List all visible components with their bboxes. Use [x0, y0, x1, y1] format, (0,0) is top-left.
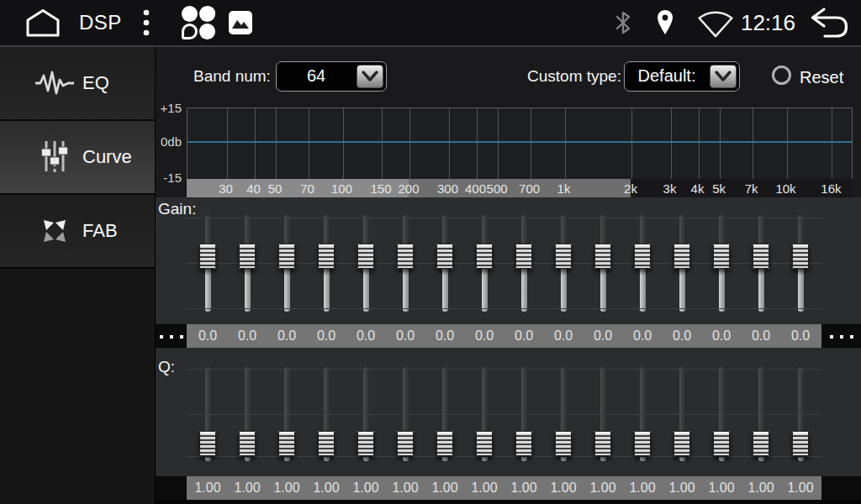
q-value: 1.00 [386, 476, 425, 500]
freq-tick-label: 30 [219, 179, 233, 197]
gain-slider[interactable] [515, 215, 532, 312]
sidebar-item-eq[interactable]: EQ [0, 47, 155, 121]
kebab-menu-icon[interactable] [142, 7, 151, 39]
custom-type-value: Default: [625, 62, 709, 91]
band-num-label: Band num: [193, 67, 271, 86]
sidebar-item-label: EQ [82, 72, 109, 94]
freq-strip: 304050701001502003004005007001k2k3k4k5k7… [187, 179, 853, 197]
q-values-right-cap [821, 476, 861, 500]
gain-slider[interactable] [318, 215, 335, 312]
gain-more-left-button[interactable] [156, 324, 187, 348]
grid-line [276, 108, 277, 179]
grid-line [787, 108, 788, 179]
custom-type-select[interactable]: Default: [624, 61, 740, 92]
back-arrow-icon[interactable] [807, 7, 849, 39]
gain-slider[interactable] [476, 215, 493, 312]
grid-line [832, 108, 832, 179]
q-value: 1.00 [781, 476, 821, 500]
q-values: 1.001.001.001.001.001.001.001.001.001.00… [187, 476, 821, 500]
gain-value: 0.0 [307, 324, 346, 348]
gain-slider[interactable] [673, 215, 690, 312]
main-panel: Band num: 64 Custom type: Default: Reset… [156, 47, 861, 504]
q-value: 1.00 [307, 476, 346, 500]
freq-tick-label: 500 [487, 179, 508, 197]
reset-radio[interactable] [772, 66, 791, 85]
q-value: 1.00 [346, 476, 386, 500]
freq-tick-label: 40 [246, 179, 261, 197]
q-value: 1.00 [188, 476, 228, 500]
chevron-down-icon[interactable] [710, 65, 737, 88]
freq-tick-label: 4k [691, 179, 705, 197]
gain-slider[interactable] [357, 215, 374, 312]
location-pin-icon [655, 9, 675, 36]
y-tick-label: -15 [156, 171, 182, 185]
clover-apps-icon[interactable] [181, 5, 216, 40]
clover-petal [182, 24, 198, 39]
gain-slider[interactable] [753, 215, 769, 312]
clock: 12:16 [741, 10, 795, 36]
grid-line [720, 108, 721, 179]
q-value: 1.00 [544, 476, 584, 500]
gain-slider[interactable] [436, 215, 453, 312]
grid-line [187, 308, 821, 309]
freq-tick-label: 50 [268, 179, 283, 197]
grid-line [531, 108, 531, 179]
q-value: 1.00 [742, 476, 781, 500]
freq-tick-label: 150 [370, 179, 391, 197]
app-title: DSP [79, 11, 122, 34]
gain-slider[interactable] [634, 215, 651, 312]
reset-label: Reset [800, 68, 843, 87]
sidebar-item-fab[interactable]: FAB [0, 195, 155, 269]
gain-value: 0.0 [584, 324, 623, 348]
q-value: 1.00 [465, 476, 504, 500]
freq-tick-label: 1k [557, 179, 571, 197]
bluetooth-icon [613, 9, 633, 36]
sidebar: EQ Curve [0, 47, 156, 504]
freq-tick-label: 10k [775, 179, 795, 197]
gain-value: 0.0 [623, 324, 663, 348]
gain-slider[interactable] [555, 215, 572, 312]
sidebar-item-label: Curve [82, 146, 132, 168]
sidebar-item-curve[interactable]: Curve [0, 121, 155, 195]
band-num-value: 64 [277, 62, 356, 91]
bottom-bar [156, 500, 861, 504]
gain-value: 0.0 [346, 324, 386, 348]
gain-slider[interactable] [278, 215, 295, 312]
gain-slider[interactable] [792, 215, 809, 312]
gain-slider[interactable] [199, 215, 216, 312]
freq-tick-label: 200 [398, 179, 419, 197]
gain-slider[interactable] [397, 215, 414, 312]
grid-line [187, 414, 821, 415]
gain-value: 0.0 [702, 324, 742, 348]
freq-tick-label: 300 [437, 179, 458, 197]
chevron-down-icon[interactable] [357, 65, 383, 88]
gain-slider[interactable] [713, 215, 730, 312]
y-tick-label: 0db [156, 134, 182, 149]
gain-slider[interactable] [239, 215, 256, 312]
band-num-select[interactable]: 64 [276, 61, 387, 92]
grid-line [449, 108, 450, 179]
photo-icon[interactable] [229, 11, 252, 34]
dsp-screen: DSP 12:16 [0, 0, 861, 504]
freq-tick-label: 16k [821, 179, 841, 197]
grid-line [187, 218, 821, 218]
grid-line [699, 108, 700, 179]
grid-line [227, 108, 228, 179]
gain-value: 0.0 [425, 324, 465, 348]
q-label: Q: [158, 358, 175, 376]
ellipsis-icon [821, 334, 861, 339]
q-value: 1.00 [702, 476, 742, 500]
q-value: 1.00 [228, 476, 267, 500]
gain-slider[interactable] [594, 215, 611, 312]
freq-tick-label: 100 [331, 179, 352, 197]
gain-value: 0.0 [742, 324, 781, 348]
q-values-left-cap [156, 476, 187, 500]
q-sliders [187, 367, 821, 461]
home-icon[interactable] [22, 7, 64, 39]
freq-tick-label: 7k [745, 179, 758, 197]
q-value: 1.00 [584, 476, 623, 500]
ellipsis-icon [156, 334, 187, 339]
y-tick-label: +15 [156, 101, 182, 115]
gain-more-right-button[interactable] [821, 324, 861, 348]
freq-tick-label: 70 [300, 179, 314, 197]
